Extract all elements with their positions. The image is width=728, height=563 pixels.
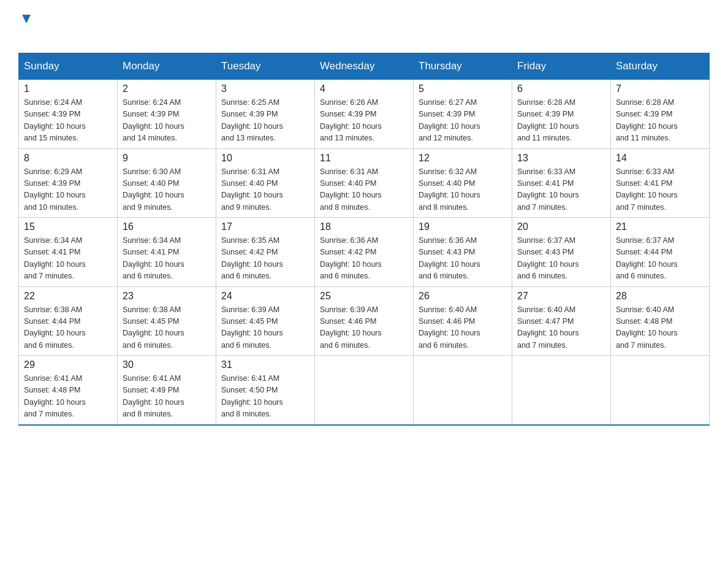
- day-number: 6: [517, 83, 605, 94]
- calendar-day-cell: 8 Sunrise: 6:29 AM Sunset: 4:39 PM Dayli…: [19, 148, 118, 218]
- day-number: 17: [221, 221, 309, 232]
- calendar-week-4: 22 Sunrise: 6:38 AM Sunset: 4:44 PM Dayl…: [19, 286, 710, 356]
- day-number: 30: [123, 359, 211, 370]
- day-number: 20: [517, 221, 605, 232]
- calendar-week-1: 1 Sunrise: 6:24 AM Sunset: 4:39 PM Dayli…: [19, 79, 710, 148]
- calendar-day-cell: 18 Sunrise: 6:36 AM Sunset: 4:42 PM Dayl…: [315, 218, 414, 287]
- day-info: Sunrise: 6:37 AM Sunset: 4:43 PM Dayligh…: [517, 235, 605, 283]
- day-info: Sunrise: 6:36 AM Sunset: 4:42 PM Dayligh…: [320, 235, 408, 283]
- day-number: 4: [320, 83, 408, 94]
- weekday-header-thursday: Thursday: [414, 53, 512, 79]
- day-number: 21: [616, 221, 704, 232]
- day-info: Sunrise: 6:34 AM Sunset: 4:41 PM Dayligh…: [24, 235, 112, 283]
- calendar-day-cell: 24 Sunrise: 6:39 AM Sunset: 4:45 PM Dayl…: [216, 286, 315, 356]
- logo-triangle-icon: [20, 12, 33, 26]
- weekday-header-row: SundayMondayTuesdayWednesdayThursdayFrid…: [19, 53, 710, 79]
- day-info: Sunrise: 6:25 AM Sunset: 4:39 PM Dayligh…: [221, 97, 309, 145]
- day-info: Sunrise: 6:31 AM Sunset: 4:40 PM Dayligh…: [221, 166, 309, 214]
- calendar-day-cell: [611, 356, 710, 425]
- svg-marker-0: [22, 15, 31, 23]
- day-number: 14: [616, 153, 704, 164]
- day-number: 1: [24, 83, 112, 94]
- day-info: Sunrise: 6:24 AM Sunset: 4:39 PM Dayligh…: [24, 97, 112, 145]
- day-number: 29: [24, 359, 112, 370]
- day-info: Sunrise: 6:29 AM Sunset: 4:39 PM Dayligh…: [24, 166, 112, 214]
- day-info: Sunrise: 6:38 AM Sunset: 4:45 PM Dayligh…: [123, 304, 211, 352]
- day-info: Sunrise: 6:32 AM Sunset: 4:40 PM Dayligh…: [419, 166, 507, 214]
- calendar-day-cell: 15 Sunrise: 6:34 AM Sunset: 4:41 PM Dayl…: [19, 218, 118, 287]
- day-info: Sunrise: 6:33 AM Sunset: 4:41 PM Dayligh…: [616, 166, 704, 214]
- page-header: [18, 12, 710, 42]
- day-number: 13: [517, 153, 605, 164]
- calendar-day-cell: 31 Sunrise: 6:41 AM Sunset: 4:50 PM Dayl…: [216, 356, 315, 425]
- weekday-header-tuesday: Tuesday: [216, 53, 315, 79]
- calendar-day-cell: 12 Sunrise: 6:32 AM Sunset: 4:40 PM Dayl…: [414, 148, 512, 218]
- day-info: Sunrise: 6:28 AM Sunset: 4:39 PM Dayligh…: [517, 97, 605, 145]
- calendar-day-cell: 20 Sunrise: 6:37 AM Sunset: 4:43 PM Dayl…: [512, 218, 611, 287]
- calendar-day-cell: 19 Sunrise: 6:36 AM Sunset: 4:43 PM Dayl…: [414, 218, 512, 287]
- day-number: 15: [24, 221, 112, 232]
- weekday-header-saturday: Saturday: [611, 53, 710, 79]
- calendar-day-cell: [512, 356, 611, 425]
- calendar-day-cell: 11 Sunrise: 6:31 AM Sunset: 4:40 PM Dayl…: [315, 148, 414, 218]
- calendar-day-cell: 29 Sunrise: 6:41 AM Sunset: 4:48 PM Dayl…: [19, 356, 118, 425]
- calendar-day-cell: 16 Sunrise: 6:34 AM Sunset: 4:41 PM Dayl…: [118, 218, 216, 287]
- day-info: Sunrise: 6:40 AM Sunset: 4:47 PM Dayligh…: [517, 304, 605, 352]
- day-number: 28: [616, 291, 704, 302]
- day-info: Sunrise: 6:36 AM Sunset: 4:43 PM Dayligh…: [419, 235, 507, 283]
- calendar-week-3: 15 Sunrise: 6:34 AM Sunset: 4:41 PM Dayl…: [19, 218, 710, 287]
- day-info: Sunrise: 6:27 AM Sunset: 4:39 PM Dayligh…: [419, 97, 507, 145]
- calendar-day-cell: 26 Sunrise: 6:40 AM Sunset: 4:46 PM Dayl…: [414, 286, 512, 356]
- day-number: 12: [419, 153, 507, 164]
- day-number: 5: [419, 83, 507, 94]
- calendar-day-cell: 7 Sunrise: 6:28 AM Sunset: 4:39 PM Dayli…: [611, 79, 710, 148]
- calendar-day-cell: 21 Sunrise: 6:37 AM Sunset: 4:44 PM Dayl…: [611, 218, 710, 287]
- calendar-day-cell: 3 Sunrise: 6:25 AM Sunset: 4:39 PM Dayli…: [216, 79, 315, 148]
- day-info: Sunrise: 6:24 AM Sunset: 4:39 PM Dayligh…: [123, 97, 211, 145]
- calendar-day-cell: [414, 356, 512, 425]
- day-number: 11: [320, 153, 408, 164]
- day-info: Sunrise: 6:41 AM Sunset: 4:49 PM Dayligh…: [123, 373, 211, 421]
- day-number: 3: [221, 83, 309, 94]
- calendar-day-cell: 22 Sunrise: 6:38 AM Sunset: 4:44 PM Dayl…: [19, 286, 118, 356]
- day-info: Sunrise: 6:40 AM Sunset: 4:46 PM Dayligh…: [419, 304, 507, 352]
- day-info: Sunrise: 6:35 AM Sunset: 4:42 PM Dayligh…: [221, 235, 309, 283]
- weekday-header-friday: Friday: [512, 53, 611, 79]
- day-info: Sunrise: 6:40 AM Sunset: 4:48 PM Dayligh…: [616, 304, 704, 352]
- calendar-day-cell: 2 Sunrise: 6:24 AM Sunset: 4:39 PM Dayli…: [118, 79, 216, 148]
- day-info: Sunrise: 6:38 AM Sunset: 4:44 PM Dayligh…: [24, 304, 112, 352]
- day-info: Sunrise: 6:34 AM Sunset: 4:41 PM Dayligh…: [123, 235, 211, 283]
- weekday-header-wednesday: Wednesday: [315, 53, 414, 79]
- day-info: Sunrise: 6:26 AM Sunset: 4:39 PM Dayligh…: [320, 97, 408, 145]
- calendar-day-cell: 13 Sunrise: 6:33 AM Sunset: 4:41 PM Dayl…: [512, 148, 611, 218]
- day-number: 27: [517, 291, 605, 302]
- day-number: 9: [123, 153, 211, 164]
- calendar-week-2: 8 Sunrise: 6:29 AM Sunset: 4:39 PM Dayli…: [19, 148, 710, 218]
- calendar-day-cell: 17 Sunrise: 6:35 AM Sunset: 4:42 PM Dayl…: [216, 218, 315, 287]
- calendar-day-cell: 27 Sunrise: 6:40 AM Sunset: 4:47 PM Dayl…: [512, 286, 611, 356]
- day-info: Sunrise: 6:33 AM Sunset: 4:41 PM Dayligh…: [517, 166, 605, 214]
- calendar-day-cell: 5 Sunrise: 6:27 AM Sunset: 4:39 PM Dayli…: [414, 79, 512, 148]
- day-number: 24: [221, 291, 309, 302]
- day-info: Sunrise: 6:39 AM Sunset: 4:45 PM Dayligh…: [221, 304, 309, 352]
- calendar-day-cell: 28 Sunrise: 6:40 AM Sunset: 4:48 PM Dayl…: [611, 286, 710, 356]
- day-info: Sunrise: 6:39 AM Sunset: 4:46 PM Dayligh…: [320, 304, 408, 352]
- day-info: Sunrise: 6:28 AM Sunset: 4:39 PM Dayligh…: [616, 97, 704, 145]
- calendar-day-cell: 4 Sunrise: 6:26 AM Sunset: 4:39 PM Dayli…: [315, 79, 414, 148]
- weekday-header-monday: Monday: [118, 53, 216, 79]
- day-info: Sunrise: 6:31 AM Sunset: 4:40 PM Dayligh…: [320, 166, 408, 214]
- day-number: 26: [419, 291, 507, 302]
- day-number: 2: [123, 83, 211, 94]
- logo: [18, 12, 33, 42]
- calendar-table: SundayMondayTuesdayWednesdayThursdayFrid…: [18, 53, 710, 426]
- day-number: 7: [616, 83, 704, 94]
- day-number: 18: [320, 221, 408, 232]
- day-number: 19: [419, 221, 507, 232]
- day-number: 8: [24, 153, 112, 164]
- weekday-header-sunday: Sunday: [19, 53, 118, 79]
- calendar-day-cell: 9 Sunrise: 6:30 AM Sunset: 4:40 PM Dayli…: [118, 148, 216, 218]
- calendar-day-cell: 30 Sunrise: 6:41 AM Sunset: 4:49 PM Dayl…: [118, 356, 216, 425]
- day-number: 16: [123, 221, 211, 232]
- calendar-day-cell: 1 Sunrise: 6:24 AM Sunset: 4:39 PM Dayli…: [19, 79, 118, 148]
- day-number: 10: [221, 153, 309, 164]
